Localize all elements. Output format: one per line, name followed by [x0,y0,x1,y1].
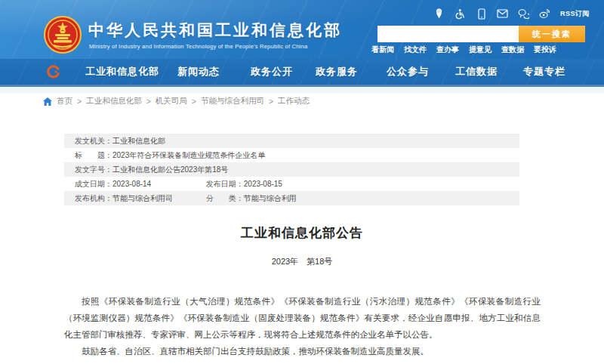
search-bar: 统一搜索 [378,26,585,42]
doc-info-value: 节能与综合利用 [244,194,297,202]
nav-item-miit-home[interactable]: 工业和信息化部 [85,59,159,85]
unified-search-button[interactable]: 统一搜索 [519,26,585,42]
nav-item-special-topics[interactable]: 专题专栏 [523,59,565,85]
doc-info-row-issuing-authority: 发文机关：工业和信息化部 [64,134,519,148]
document-info-table: 发文机关：工业和信息化部 标 题：2023年符合环保装备制造业规范条件企业名单 … [64,134,519,205]
doc-info-label: 发布日期： [206,180,244,188]
doc-info-label: 发布机构： [75,194,112,202]
breadcrumb-work-updates: 工作动态 [278,96,310,106]
screen-reader-icon[interactable] [433,8,445,20]
accessibility-icon[interactable] [455,8,466,20]
article-paragraph: 按照《环保装备制造行业（大气治理）规范条件》《环保装备制造行业（污水治理）规范条… [64,293,541,343]
article-paragraph: 鼓励各省、自治区、直辖市相关部门出台支持鼓励政策，推动环保装备制造业高质量发展。 [64,343,541,359]
doc-info-row-title: 标 题：2023年符合环保装备制造业规范条件企业名单 [64,148,519,162]
article-title: 工业和信息化部公告 [64,224,540,242]
doc-info-value: 2023-08-15 [244,180,282,188]
quick-link-news[interactable]: 看新闻 [371,45,394,55]
subnav-strip [0,87,604,93]
doc-info-row-dates: 成文日期：2023-08-14 发布日期：2023-08-15 [64,177,519,191]
breadcrumb-separator: > [146,97,151,106]
doc-info-label: 标 题： [75,151,112,159]
quick-links: 看新闻 找文件 查办事 提意见 查数据 要投诉 [371,45,556,55]
quick-link-data[interactable]: 查数据 [501,45,524,55]
doc-info-row-document-number: 发文字号：工业和信息化部公告2023年第18号 [64,162,519,177]
mobile-icon[interactable] [476,8,487,20]
quick-link-services[interactable]: 查办事 [436,45,459,55]
nav-item-gov-services[interactable]: 政务服务 [316,59,358,85]
doc-info-value: 2023-08-14 [112,180,151,188]
doc-info-value: 工业和信息化部公告2023年第18号 [112,165,228,174]
nav-item-gov-disclosure[interactable]: 政务公开 [251,59,293,85]
weibo-icon[interactable] [539,8,550,20]
quick-link-documents[interactable]: 找文件 [404,45,427,55]
breadcrumb-separator: > [269,97,273,106]
miit-c-logo-icon [47,65,60,79]
doc-info-label: 发文机关： [75,137,112,145]
utility-icon-bar: RSS订阅 [433,7,590,20]
quick-link-suggestions[interactable]: 提意见 [469,45,492,55]
nav-item-news[interactable]: 新闻动态 [177,59,220,85]
main-navigation: 工业和信息化部 新闻动态 政务公开 政务服务 公众参与 工信数据 专题专栏 [0,59,604,87]
article-body: 按照《环保装备制造行业（大气治理）规范条件》《环保装备制造行业（污水治理）规范条… [64,293,541,359]
search-input[interactable] [378,26,519,42]
breadcrumb-departments[interactable]: 机关司局 [156,96,187,106]
article-issue-number: 2023年 第18号 [64,256,540,267]
breadcrumb-separator: > [192,97,196,106]
nav-item-miit-data[interactable]: 工信数据 [455,59,498,85]
doc-info-value: 工业和信息化部 [112,137,165,145]
doc-info-row-publisher-category: 发布机构：节能与综合利用司 分 类：节能与综合利用 [64,191,519,205]
doc-info-label: 分 类： [206,194,244,202]
breadcrumb-miit[interactable]: 工业和信息化部 [86,96,142,106]
quick-link-complaints[interactable]: 要投诉 [534,45,556,55]
wechat-icon[interactable] [518,8,529,20]
doc-info-label: 成文日期： [75,180,112,188]
rss-subscribe-link[interactable]: RSS订阅 [560,9,590,19]
site-title-english: Ministry of Industry and Information Tec… [89,43,307,50]
doc-info-value: 2023年符合环保装备制造业规范条件企业名单 [112,151,265,159]
site-header: 中华人民共和国工业和信息化部 Ministry of Industry and … [0,0,604,59]
doc-info-label: 发文字号： [75,165,112,174]
home-icon[interactable] [43,97,52,106]
national-emblem-logo [44,16,82,54]
breadcrumb-separator: > [77,97,82,106]
site-title: 中华人民共和国工业和信息化部 [88,20,342,41]
doc-info-value: 节能与综合利用司 [112,194,173,202]
breadcrumb: 首页 > 工业和信息化部 > 机关司局 > 节能与综合利用司 > 工作动态 [43,96,310,106]
breadcrumb-energy-dept[interactable]: 节能与综合利用司 [201,96,264,106]
breadcrumb-home[interactable]: 首页 [57,96,72,106]
nav-item-public-participation[interactable]: 公众参与 [387,59,429,85]
email-icon[interactable] [497,8,508,20]
